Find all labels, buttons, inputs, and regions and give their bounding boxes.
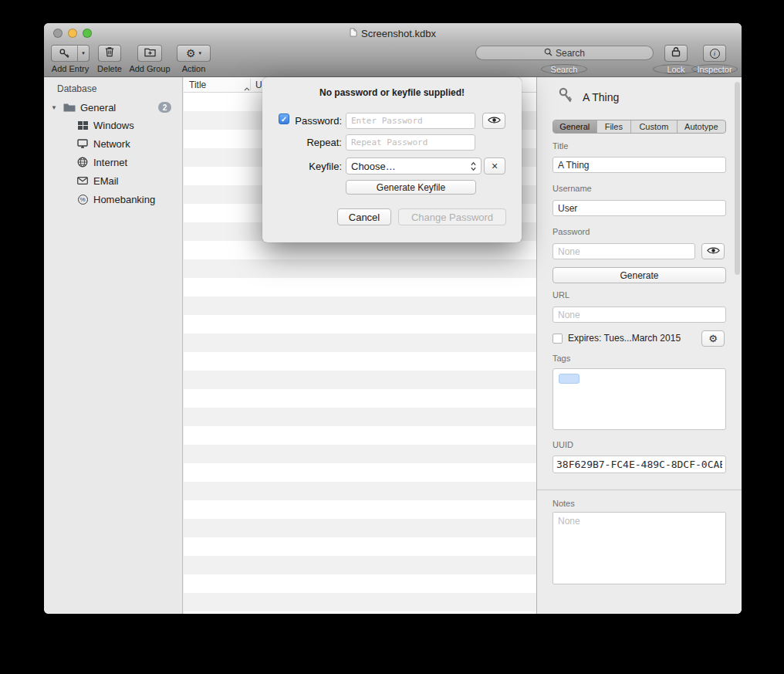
url-field[interactable] xyxy=(553,307,726,323)
column-separator[interactable] xyxy=(250,79,251,90)
tab-general[interactable]: General xyxy=(553,120,597,133)
show-password-button[interactable] xyxy=(701,243,725,259)
toolbar: ▾ Add Entry Delete Add Group xyxy=(44,43,742,77)
envelope-icon xyxy=(75,177,90,185)
zoom-button[interactable] xyxy=(83,29,92,38)
notes-field[interactable] xyxy=(553,512,726,584)
search-placeholder: Search xyxy=(556,48,585,59)
username-field-label: Username xyxy=(553,184,592,193)
windows-icon xyxy=(75,121,90,130)
tab-autotype[interactable]: Autotype xyxy=(678,120,725,133)
count-badge: 2 xyxy=(158,102,171,113)
close-button[interactable] xyxy=(53,29,63,38)
search-input[interactable]: Search xyxy=(475,46,654,60)
key-icon xyxy=(558,87,573,107)
sidebar-item-homebanking[interactable]: % Homebanking xyxy=(44,190,179,208)
gear-icon: ⚙ xyxy=(186,48,196,59)
window-chrome: Screenshot.kdbx ▾ Add Entry xyxy=(44,23,742,77)
keyfile-popup[interactable]: Choose… xyxy=(346,157,482,174)
folder-icon xyxy=(62,103,77,112)
dialog-repeat-input[interactable] xyxy=(346,134,475,151)
chevron-down-icon[interactable]: ▾ xyxy=(77,46,89,61)
search-label: Search xyxy=(541,64,587,74)
key-plus-icon xyxy=(52,46,77,61)
search-icon xyxy=(544,48,553,59)
sidebar-group-general[interactable]: ▼ General 2 xyxy=(44,98,179,117)
eye-icon xyxy=(488,116,501,127)
generate-password-button[interactable]: Generate xyxy=(553,267,726,283)
dialog-password-label: Password: xyxy=(262,115,342,127)
monitor-icon xyxy=(75,139,90,148)
tab-files[interactable]: Files xyxy=(597,120,632,133)
action-button[interactable]: ⚙ ▾ xyxy=(177,45,211,62)
traffic-lights xyxy=(53,29,92,38)
sidebar-item-network[interactable]: Network xyxy=(44,134,179,153)
inspector-button[interactable]: i xyxy=(703,45,726,62)
inspector-tabs: General Files Custom Autotype xyxy=(553,120,726,134)
tab-custom[interactable]: Custom xyxy=(631,120,677,133)
password-field-label: Password xyxy=(553,227,590,236)
dialog-show-password-button[interactable] xyxy=(482,113,505,129)
sidebar-item-email[interactable]: EMail xyxy=(44,171,179,190)
stepper-icon xyxy=(471,161,476,171)
titlebar[interactable]: Screenshot.kdbx xyxy=(44,23,742,43)
chevron-down-icon: ▾ xyxy=(199,50,202,56)
divider xyxy=(537,489,742,490)
tags-field[interactable] xyxy=(553,368,726,430)
percent-coin-icon: % xyxy=(75,195,90,205)
sort-ascending-icon xyxy=(244,83,250,93)
expires-settings-button[interactable]: ⚙ xyxy=(701,330,725,347)
sidebar-group-label: General xyxy=(80,102,116,113)
column-header-title[interactable]: Title xyxy=(189,80,206,90)
add-entry-button[interactable]: ▾ xyxy=(51,45,90,62)
uuid-label: UUID xyxy=(553,440,573,449)
gear-icon: ⚙ xyxy=(708,334,718,344)
folder-plus-icon xyxy=(144,46,156,60)
globe-icon xyxy=(75,157,90,168)
password-field[interactable] xyxy=(553,243,695,259)
desktop-background: Screenshot.kdbx ▾ Add Entry xyxy=(0,0,784,674)
lock-button[interactable] xyxy=(664,45,688,62)
inspector-scrollbar[interactable] xyxy=(735,82,740,275)
keyfile-popup-value: Choose… xyxy=(351,161,396,172)
dialog-repeat-label: Repeat: xyxy=(262,137,342,148)
change-password-button[interactable]: Change Password xyxy=(398,208,506,225)
minimize-button[interactable] xyxy=(68,29,77,38)
tag-token[interactable] xyxy=(559,374,580,384)
inspector-panel: A Thing General Files Custom Autotype Ti… xyxy=(536,77,742,614)
password-dialog: No password or keyfile supplied! ✓ Passw… xyxy=(262,77,522,242)
document-icon xyxy=(350,26,357,40)
username-field[interactable] xyxy=(553,200,726,216)
close-x-icon: × xyxy=(492,160,498,172)
add-group-button[interactable] xyxy=(137,45,162,62)
dialog-message: No password or keyfile supplied! xyxy=(262,87,522,98)
expires-checkbox[interactable] xyxy=(553,334,563,344)
sidebar-item-windows[interactable]: Windows xyxy=(44,116,179,134)
eye-icon xyxy=(707,246,720,257)
dialog-keyfile-label: Keyfile: xyxy=(262,161,342,172)
generate-keyfile-button[interactable]: Generate Keyfile xyxy=(346,180,476,195)
clear-keyfile-button[interactable]: × xyxy=(484,157,505,174)
title-group: Screenshot.kdbx xyxy=(350,26,436,40)
title-field-label: Title xyxy=(553,141,568,151)
info-icon: i xyxy=(710,49,720,59)
sidebar-item-internet[interactable]: Internet xyxy=(44,153,179,171)
url-field-label: URL xyxy=(553,290,569,300)
app-window: Screenshot.kdbx ▾ Add Entry xyxy=(44,23,742,614)
entry-title: A Thing xyxy=(583,91,619,103)
sidebar-section-label: Database xyxy=(57,83,96,94)
cancel-button[interactable]: Cancel xyxy=(337,208,391,225)
action-label: Action xyxy=(171,64,217,74)
entry-header: A Thing xyxy=(558,87,619,107)
notes-label: Notes xyxy=(553,499,575,508)
delete-button[interactable] xyxy=(98,45,121,62)
column-header-username[interactable]: U xyxy=(255,80,262,90)
dialog-password-input[interactable] xyxy=(346,113,475,129)
trash-icon xyxy=(105,46,114,60)
disclosure-triangle-icon[interactable]: ▼ xyxy=(51,104,62,111)
expires-label: Expires: Tues...March 2015 xyxy=(568,333,681,344)
window-title: Screenshot.kdbx xyxy=(361,28,436,39)
title-field[interactable] xyxy=(553,157,726,173)
lock-icon xyxy=(671,46,681,60)
uuid-field[interactable] xyxy=(553,456,726,473)
